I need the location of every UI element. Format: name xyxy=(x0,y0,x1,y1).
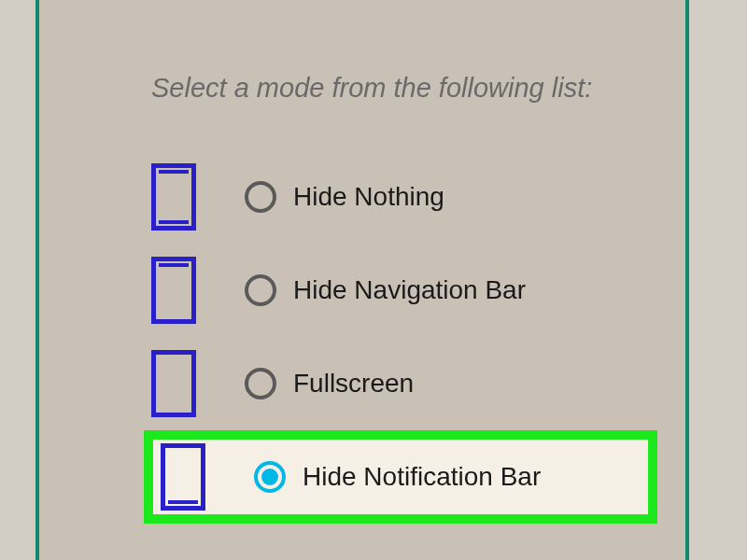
device-icon xyxy=(151,257,196,324)
status-bar-icon xyxy=(159,263,189,267)
radio-button[interactable] xyxy=(245,181,276,213)
option-label: Hide Navigation Bar xyxy=(293,275,526,305)
option-hide-notification-bar[interactable]: Hide Notification Bar xyxy=(144,430,657,524)
status-bar-icon xyxy=(159,170,189,174)
option-label: Fullscreen xyxy=(293,369,414,399)
option-label: Hide Nothing xyxy=(293,182,444,212)
device-icon xyxy=(151,163,196,231)
option-fullscreen[interactable]: Fullscreen xyxy=(151,337,648,430)
device-icon xyxy=(161,443,205,511)
option-hide-nothing[interactable]: Hide Nothing xyxy=(151,150,648,244)
instruction-text: Select a mode from the following list: xyxy=(151,73,685,104)
settings-panel: Select a mode from the following list: H… xyxy=(35,0,689,560)
radio-button[interactable] xyxy=(245,274,276,306)
option-label: Hide Notification Bar xyxy=(303,462,541,492)
nav-bar-icon xyxy=(168,500,198,504)
nav-bar-icon xyxy=(159,220,189,224)
option-hide-navigation-bar[interactable]: Hide Navigation Bar xyxy=(151,244,648,337)
radio-button[interactable] xyxy=(245,368,276,399)
device-icon xyxy=(151,350,196,417)
radio-button[interactable] xyxy=(254,461,286,493)
